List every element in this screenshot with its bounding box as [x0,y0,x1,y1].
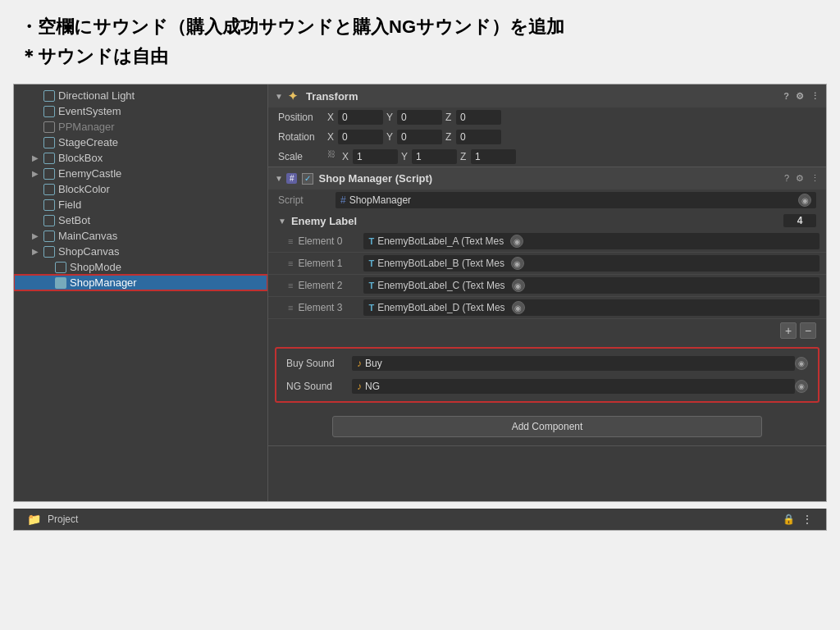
item-label: ShopCanvas [58,245,119,258]
hierarchy-item-main-canvas[interactable]: ▶ MainCanvas [14,228,267,244]
item-label: StageCreate [58,136,118,148]
element-text: EnemyBotLabel_C (Text Mes [377,280,504,291]
hierarchy-item-pp-manager[interactable]: PPManager [14,119,267,135]
settings-icon: ⚙ [796,173,804,184]
rotation-x-input[interactable] [338,130,383,144]
cube-icon [55,277,66,289]
hierarchy-item-enemy-castle[interactable]: ▶ EnemyCastle [14,166,267,181]
ng-sound-select-button[interactable]: ◉ [795,380,808,393]
position-row: Position X Y Z [268,107,826,127]
buy-sound-label: Buy Sound [286,358,352,369]
transform-tools: ? ⚙ ⋮ [783,91,819,102]
transform-title: Transform [306,90,783,103]
position-y-input[interactable] [397,110,442,125]
transform-icon: ✦ [288,89,301,103]
music-icon: ♪ [357,381,362,392]
position-z-input[interactable] [456,110,501,125]
drag-handle-icon: ≡ [288,236,293,246]
more-menu-icon[interactable]: ⋮ [801,513,813,526]
scale-x-item: X [342,149,398,164]
hierarchy-item-stage-create[interactable]: StageCreate [14,135,267,150]
element-label: Element 0 [298,235,363,247]
hierarchy-item-shop-manager[interactable]: ShopManager [14,275,267,290]
scale-label: Scale [278,151,327,162]
element-row-0: ≡ Element 0 T EnemyBotLabel_A (Text Mes … [268,231,826,253]
element-select-button[interactable]: ◉ [510,235,523,248]
cube-icon [43,231,55,242]
sound-section: Buy Sound ♪ Buy ◉ NG Sound ♪ NG ◉ [275,347,819,403]
item-label: Directional Light [58,89,135,102]
music-icon: ♪ [357,358,362,369]
scale-z-item: Z [460,149,516,164]
position-label: Position [278,112,327,123]
shop-manager-title: Shop Manager (Script) [318,172,783,185]
add-remove-row: + − [268,319,826,342]
cube-icon [43,199,55,211]
element-value: T EnemyBotLabel_D (Text Mes ◉ [363,299,819,316]
bottom-bar: 📁 Project 🔒 ⋮ [13,509,827,531]
position-y-item: Y [386,110,442,125]
hierarchy-item-set-bot[interactable]: SetBot [14,212,267,228]
arrow-icon [32,122,43,131]
add-component-button[interactable]: Add Component [332,416,763,437]
element-select-button[interactable]: ◉ [511,257,524,270]
script-select-button[interactable]: ◉ [798,194,811,207]
element-select-button[interactable]: ◉ [512,279,525,292]
rotation-y-input[interactable] [397,130,442,144]
y-axis-label: Y [386,131,395,143]
hierarchy-item-event-system[interactable]: EventSystem [14,103,267,119]
hierarchy-item-shop-mode[interactable]: ShopMode [14,259,267,275]
scale-z-input[interactable] [471,149,516,164]
rotation-z-input[interactable] [456,130,501,144]
item-label: BlockBox [58,152,103,164]
main-editor-area: Directional Light EventSystem PPManager … [13,84,827,502]
hierarchy-item-block-box[interactable]: ▶ BlockBox [14,150,267,166]
enable-checkbox[interactable]: ✓ [302,173,313,185]
buy-sound-row: Buy Sound ♪ Buy ◉ [276,352,818,375]
remove-element-button[interactable]: − [800,322,816,339]
hierarchy-item-field[interactable]: Field [14,197,267,212]
instruction-line1: ・空欄にサウンド（購入成功サウンドと購入NGサウンド）を追加 [20,15,820,39]
settings-icon: ⚙ [796,91,804,102]
cube-icon [55,262,66,273]
text-mesh-icon: T [368,258,374,268]
text-mesh-icon: T [368,236,374,246]
cube-icon [43,215,55,226]
script-row: Script # ShopManager ◉ [268,189,826,211]
item-label: Field [58,199,81,211]
hierarchy-item-directional-light[interactable]: Directional Light [14,88,267,103]
arrow-icon [32,216,43,225]
add-element-button[interactable]: + [780,322,797,339]
scale-row: Scale ⛓ X Y Z [268,147,826,167]
scale-y-input[interactable] [412,149,457,164]
arrow-icon [32,91,43,100]
scale-x-input[interactable] [353,149,398,164]
item-label: PPManager [58,121,115,133]
position-z-item: Z [445,110,501,125]
expand-arrow-icon: ▶ [32,247,43,256]
enemy-label-count[interactable]: 4 [783,214,816,227]
script-label: Script [278,194,336,206]
arrow-icon [32,107,43,116]
drag-handle-icon: ≡ [288,281,293,290]
buy-sound-select-button[interactable]: ◉ [795,357,808,370]
text-mesh-icon: T [368,281,374,290]
link-icon: ⛓ [327,149,336,164]
inspector-panel: ▼ ✦ Transform ? ⚙ ⋮ Position X Y [268,84,826,501]
shop-manager-header: ▼ # ✓ Shop Manager (Script) ? ⚙ ⋮ [268,167,826,189]
rotation-xyz: X Y Z [327,130,816,144]
element-select-button[interactable]: ◉ [512,301,525,314]
position-x-input[interactable] [338,110,383,125]
collapse-arrow-icon: ▼ [278,217,286,226]
element-value: T EnemyBotLabel_B (Text Mes ◉ [363,255,819,272]
drag-handle-icon: ≡ [288,258,293,268]
cube-icon [43,90,55,102]
hierarchy-item-block-color[interactable]: BlockColor [14,181,267,197]
rotation-y-item: Y [386,130,442,144]
enemy-label-header: ▼ Enemy Label 4 [268,211,826,231]
position-x-item: X [327,110,383,125]
arrow-icon [43,278,55,287]
cube-icon [43,121,55,133]
item-label: EnemyCastle [58,167,121,180]
hierarchy-item-shop-canvas[interactable]: ▶ ShopCanvas [14,244,267,259]
